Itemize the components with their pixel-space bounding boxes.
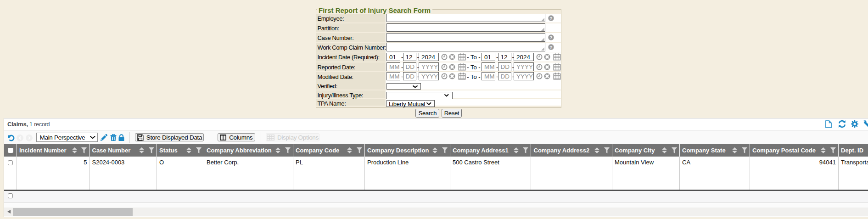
svg-text:?: ? (549, 35, 552, 40)
svg-text:?: ? (549, 15, 552, 20)
svg-text:?: ? (549, 45, 552, 50)
